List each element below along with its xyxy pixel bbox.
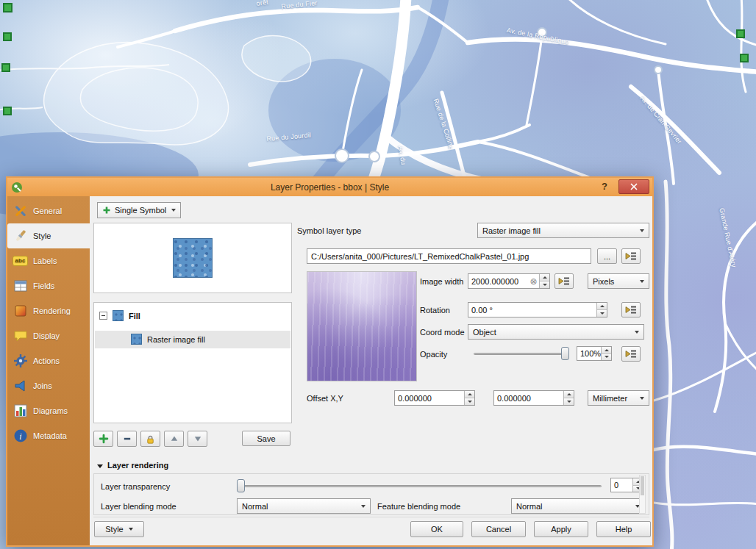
spin-down-button[interactable] [602,354,611,361]
lock-color-button[interactable] [140,431,160,447]
scrollbar-thumb[interactable] [641,476,644,495]
ok-button[interactable]: OK [410,521,463,537]
help-button[interactable]: Help [596,521,651,537]
rotation-value: 0.00 ° [468,303,596,317]
close-icon [630,183,638,190]
opacity-spinbox[interactable]: 100% [577,346,612,361]
image-width-unit-combo[interactable]: Pixels [588,273,649,289]
map-feature-marker [3,107,12,115]
symbol-layer-type-combo[interactable]: Raster image fill [477,223,649,238]
apply-button[interactable]: Apply [534,521,588,537]
sidebar-item-label: Metadata [33,431,67,440]
add-symbol-layer-button[interactable] [93,431,113,447]
speech-bubble-icon [13,329,28,344]
spin-down-button[interactable] [564,398,574,405]
opacity-slider[interactable] [474,346,569,361]
layer-blending-mode-combo[interactable]: Normal [237,498,371,514]
tree-child-label[interactable]: Raster image fill [147,335,205,344]
spin-down-button[interactable] [540,281,549,288]
sidebar-item-diagrams[interactable]: Diagrams [7,398,90,423]
joins-icon [13,378,28,394]
chevron-down-icon [635,331,639,334]
layer-blending-mode-value: Normal [242,502,268,511]
symbol-preview-swatch [173,238,213,278]
offset-y-value: 0.000000 [494,391,563,405]
layer-blending-mode-label: Layer blending mode [101,502,176,511]
tree-root-label[interactable]: Fill [129,312,140,320]
layer-rendering-header[interactable]: Layer rendering [97,461,168,470]
spin-down-button[interactable] [465,398,474,405]
spin-up-button[interactable] [540,274,549,281]
titlebar[interactable]: Layer Properties - bbox | Style ? [7,178,652,196]
slider-handle[interactable] [237,479,245,492]
cancel-button[interactable]: Cancel [471,521,526,537]
spin-up-button[interactable] [597,303,607,309]
spin-up-button[interactable] [602,347,611,354]
opacity-label: Opacity [420,350,447,359]
lock-icon [145,434,156,445]
image-width-unit-value: Pixels [593,277,614,286]
help-titlebar-button[interactable]: ? [595,179,614,194]
image-width-spinbox[interactable]: 2000.000000 ⊗ [468,273,550,289]
paintbrush-icon [13,229,28,244]
sidebar-item-label: Rendering [33,306,71,315]
sidebar-item-display[interactable]: Display [7,323,90,348]
triangle-up-icon [600,305,605,307]
triangle-up-icon [567,393,571,395]
sidebar-item-fields[interactable]: Fields [7,273,90,298]
triangle-down-icon [600,312,605,315]
tree-collapse-toggle[interactable] [99,312,107,320]
sidebar-item-label: Labels [33,256,57,265]
renderer-combo[interactable]: Single Symbol [97,202,181,218]
feature-blending-mode-combo[interactable]: Normal [511,498,645,514]
sidebar-item-joins[interactable]: Joins [7,373,90,398]
data-defined-override-button[interactable] [621,248,641,264]
triangle-down-icon [567,401,571,403]
coord-mode-combo[interactable]: Object [468,324,644,340]
move-layer-down-button[interactable] [188,431,207,447]
style-menu-button[interactable]: Style [94,521,144,537]
data-defined-override-button[interactable] [554,273,574,289]
sidebar-item-rendering[interactable]: Rendering [7,298,90,323]
raster-image-preview [307,271,417,381]
spin-up-button[interactable] [465,391,474,398]
sidebar-item-label: Actions [33,356,60,365]
data-defined-override-button[interactable] [621,346,641,362]
offset-y-spinbox[interactable]: 0.000000 [493,390,574,406]
footer-separator [93,517,649,517]
spin-up-button[interactable] [564,391,574,398]
rotation-spinbox[interactable]: 0.00 ° [468,302,607,317]
info-icon: i [13,428,28,444]
sidebar-item-style[interactable]: Style [7,223,90,248]
sidebar-item-general[interactable]: General [7,198,90,223]
bar-chart-icon [13,403,28,419]
offset-x-spinbox[interactable]: 0.000000 [394,390,475,406]
move-layer-up-button[interactable] [164,431,184,447]
map-feature-marker [740,54,749,62]
gear-icon [13,354,28,369]
layer-transparency-slider[interactable] [237,478,602,493]
coord-mode-label: Coord mode [420,328,465,337]
spin-down-button[interactable] [597,309,607,317]
symbol-layer-tree: Fill Raster image fill [93,302,292,423]
vertical-scrollbar[interactable] [639,475,646,514]
save-symbol-button[interactable]: Save [242,431,290,446]
image-path-input[interactable]: C:/Users/anita_000/Pictures/LT_RemixedCh… [307,248,591,264]
offset-unit-combo[interactable]: Millimeter [588,390,649,406]
close-button[interactable] [618,179,649,194]
offset-label: Offset X,Y [307,394,343,403]
triangle-up-icon [605,349,609,351]
data-defined-icon [624,251,638,262]
browse-file-button[interactable]: ... [597,248,617,264]
data-defined-override-button[interactable] [621,302,641,317]
sidebar-item-label: Style [33,232,51,240]
map-feature-marker [3,3,13,12]
remove-symbol-layer-button[interactable] [117,431,137,447]
sidebar-item-labels[interactable]: abc Labels [7,248,90,273]
sidebar-item-actions[interactable]: Actions [7,348,90,373]
sidebar-item-metadata[interactable]: i Metadata [7,423,90,448]
data-defined-icon [557,276,571,287]
slider-handle[interactable] [561,347,569,360]
clear-icon[interactable]: ⊗ [528,274,539,288]
offset-x-value: 0.000000 [395,391,464,405]
